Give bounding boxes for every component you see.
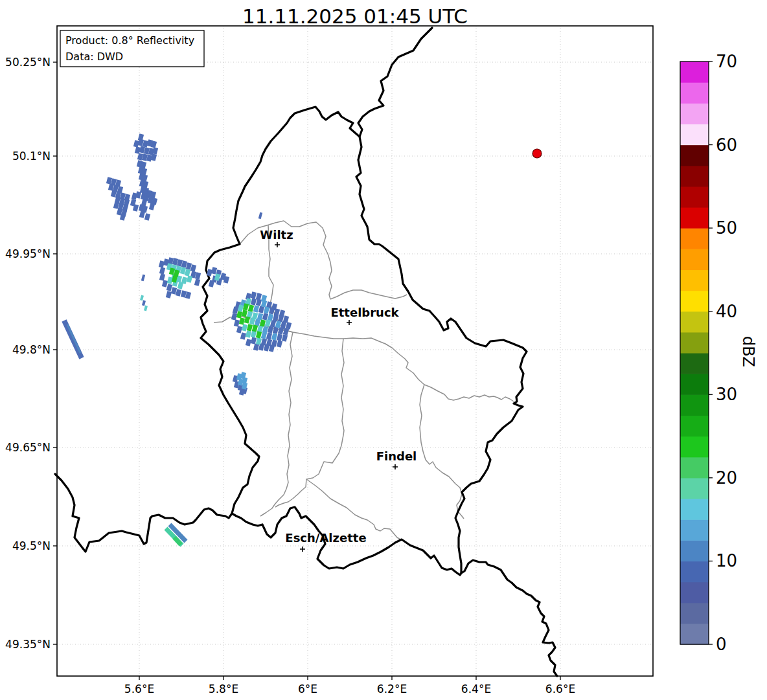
colorbar-band bbox=[680, 374, 709, 395]
radar-echo-cell bbox=[256, 331, 262, 338]
colorbar-band bbox=[680, 82, 709, 104]
radar-echo-cell bbox=[255, 319, 260, 326]
radar-echo-cell bbox=[162, 280, 168, 287]
y-axis-tick-label: 49.35°N bbox=[5, 638, 51, 651]
radar-echo-cell bbox=[277, 340, 282, 347]
colorbar-tick-label: 70 bbox=[716, 52, 737, 71]
colorbar-band bbox=[680, 62, 709, 83]
radar-echo-cell bbox=[253, 305, 259, 312]
country-border-path bbox=[55, 474, 232, 552]
radar-echo-cell bbox=[234, 319, 240, 326]
radar-echo-cell bbox=[135, 191, 141, 198]
district-border-path bbox=[260, 332, 293, 516]
product-info-line2: Data: DWD bbox=[65, 51, 123, 63]
y-axis-tick-label: 50.1°N bbox=[12, 150, 51, 163]
radar-echo-cell bbox=[253, 343, 259, 350]
radar-echo-cell bbox=[278, 315, 284, 322]
radar-echo-cell bbox=[187, 275, 192, 282]
radar-echo-cell bbox=[246, 330, 251, 337]
x-axis-tick-label: 6°E bbox=[298, 683, 317, 695]
radar-echo-cell bbox=[270, 320, 276, 327]
colorbar-band bbox=[680, 624, 709, 645]
radar-echo-cell bbox=[271, 333, 277, 340]
district-border-path bbox=[330, 290, 407, 299]
colorbar-tick-label: 30 bbox=[716, 385, 737, 404]
radar-echo-cell bbox=[248, 304, 254, 311]
colorbar-tick-label: 50 bbox=[716, 218, 737, 238]
radar-echo-cell bbox=[142, 300, 146, 306]
radar-echo-cell bbox=[144, 213, 150, 220]
radar-echo-cell bbox=[209, 280, 214, 287]
y-axis-tick-label: 49.5°N bbox=[12, 539, 51, 552]
colorbar: 010203040506070 bbox=[680, 52, 737, 654]
radar-site bbox=[532, 149, 542, 158]
x-axis-tick-label: 6.6°E bbox=[545, 683, 575, 695]
radar-echo-cell bbox=[236, 326, 242, 333]
radar-echo-cell bbox=[152, 147, 158, 154]
radar-echo-cell bbox=[166, 284, 172, 291]
colorbar-band bbox=[680, 582, 709, 604]
radar-echo-cell bbox=[159, 273, 165, 280]
colorbar-band bbox=[680, 332, 709, 354]
city-marker bbox=[300, 547, 305, 552]
radar-echo-cell bbox=[282, 334, 288, 341]
city-label: Ettelbruck bbox=[330, 306, 399, 319]
radar-echo-cell bbox=[239, 317, 245, 324]
y-axis-tick-label: 49.8°N bbox=[12, 343, 51, 356]
district-border-path bbox=[420, 385, 464, 519]
radar-echo-cell bbox=[242, 310, 247, 317]
x-axis-tick-label: 5.8°E bbox=[209, 683, 238, 695]
radar-echo-cell bbox=[268, 313, 273, 321]
colorbar-band bbox=[680, 166, 709, 187]
radar-echo-streak bbox=[67, 324, 80, 353]
colorbar-band bbox=[680, 207, 709, 229]
y-axis-tick-label: 49.65°N bbox=[5, 441, 51, 454]
x-axis-tick-label: 5.6°E bbox=[124, 683, 154, 695]
colorbar-axis-label: dBZ bbox=[739, 336, 757, 367]
x-axis-tick-label: 6.2°E bbox=[377, 683, 407, 695]
colorbar-band bbox=[680, 124, 709, 145]
colorbar-band bbox=[680, 291, 709, 312]
colorbar-tick-label: 40 bbox=[716, 302, 737, 321]
city-label: Wiltz bbox=[260, 228, 293, 242]
colorbar-band bbox=[680, 186, 709, 208]
radar-echo-cell bbox=[252, 324, 258, 332]
radar-echo-cell bbox=[286, 322, 292, 329]
radar-echo-cell bbox=[262, 313, 268, 320]
colorbar-tick-label: 60 bbox=[716, 135, 737, 155]
colorbar-tick-label: 20 bbox=[716, 468, 737, 488]
radar-echo-cell bbox=[251, 337, 257, 344]
radar-echo-cell bbox=[266, 332, 272, 339]
colorbar-band bbox=[680, 519, 709, 541]
radar-echo-cell bbox=[257, 313, 263, 320]
x-axis-tick-label: 6.4°E bbox=[461, 683, 491, 695]
colorbar-band bbox=[680, 540, 709, 561]
radar-echo-cell bbox=[149, 203, 155, 210]
radar-echo-streak bbox=[64, 321, 82, 358]
city-label: Findel bbox=[376, 449, 417, 463]
radar-echo-cell bbox=[275, 321, 281, 328]
colorbar-band bbox=[680, 249, 709, 270]
colorbar-band bbox=[680, 478, 709, 499]
radar-site-marker bbox=[532, 149, 542, 158]
radar-echo-cell bbox=[141, 275, 145, 282]
city-marker bbox=[347, 320, 352, 325]
colorbar-band bbox=[680, 603, 709, 624]
radar-echo-cell bbox=[264, 306, 269, 313]
y-axis-tick-label: 50.25°N bbox=[5, 56, 51, 69]
radar-echo-cell bbox=[177, 282, 183, 289]
colorbar-band bbox=[680, 228, 709, 249]
radar-echo-cell bbox=[240, 332, 246, 339]
radar-echo-cell bbox=[159, 267, 165, 274]
axis-ticks-labels: 5.6°E5.8°E6°E6.2°E6.4°E6.6°E50.25°N50.1°… bbox=[5, 56, 575, 695]
radar-echo-cell bbox=[139, 210, 145, 218]
radar-echo-cell bbox=[144, 306, 148, 311]
plot-frame bbox=[57, 26, 653, 676]
colorbar-tick-label: 10 bbox=[716, 551, 737, 570]
colorbar-tick-label: 0 bbox=[716, 635, 727, 654]
y-axis-tick-label: 49.95°N bbox=[5, 247, 51, 260]
radar-echo-cell bbox=[277, 333, 282, 341]
grid-lines bbox=[57, 26, 653, 676]
radar-echo-streak bbox=[174, 537, 181, 545]
radar-echo-cell bbox=[211, 267, 217, 274]
